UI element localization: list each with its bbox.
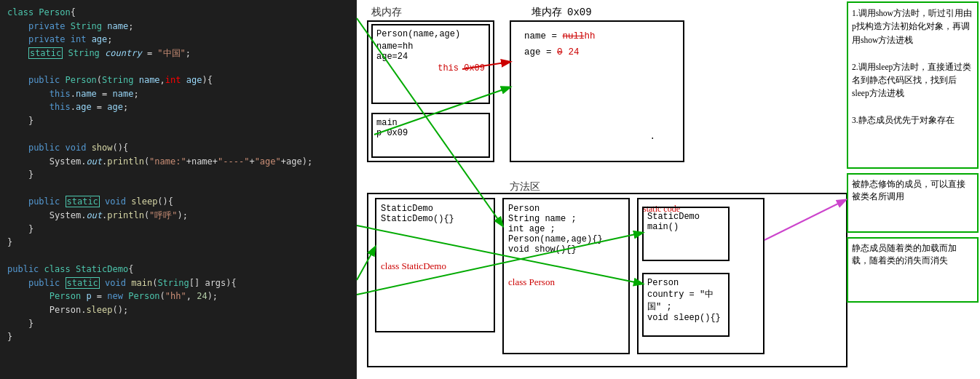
static-inner-box2: Person country = "中国" ; void sleep(){}: [642, 273, 730, 337]
heap-dot: ·: [649, 134, 655, 144]
note1-text: 1.调用show方法时，听过引用由p找构造方法初始化对象，再调用show方法进栈…: [852, 7, 973, 127]
p-ref: p 0x09: [376, 128, 485, 138]
code-panel: class Person{ private String name; priva…: [0, 0, 357, 379]
method-area-label: 方法区: [510, 180, 540, 194]
class-person-label: class Person: [508, 276, 624, 288]
heap-label: 堆内存 0x09: [532, 6, 592, 19]
note1-panel: 1.调用show方法时，听过引用由p找构造方法初始化对象，再调用show方法进栈…: [847, 1, 979, 169]
method-staticdemo-box: StaticDemo StaticDemo(){} class StaticDe…: [375, 198, 495, 332]
method-person-box: Person String name ; int age ; Person(na…: [502, 198, 630, 354]
stack-main-frame: main p 0x09: [371, 113, 490, 158]
note2-text: 被静态修饰的成员，可以直接被类名所调用: [852, 178, 973, 204]
class-staticdemo-label: class StaticDemo: [381, 260, 489, 272]
code-content: class Person{ private String name; priva…: [7, 6, 349, 344]
note3-panel: 静态成员随着类的加载而加载，随着类的消失而消失: [847, 237, 979, 303]
this-label: this 0x09: [376, 63, 485, 73]
static-inner-box1: StaticDemo main(): [642, 207, 730, 261]
stack-label: 栈内存: [371, 6, 402, 19]
heap-content: name = nullhh age = 024 ·: [517, 24, 677, 159]
note2-panel: 被静态修饰的成员，可以直接被类名所调用: [847, 173, 979, 233]
stack-person-frame: Person(name,age) name=hh age=24 this 0x0…: [371, 24, 490, 104]
note3-text: 静态成员随着类的加载而加载，随着类的消失而消失: [852, 242, 973, 268]
